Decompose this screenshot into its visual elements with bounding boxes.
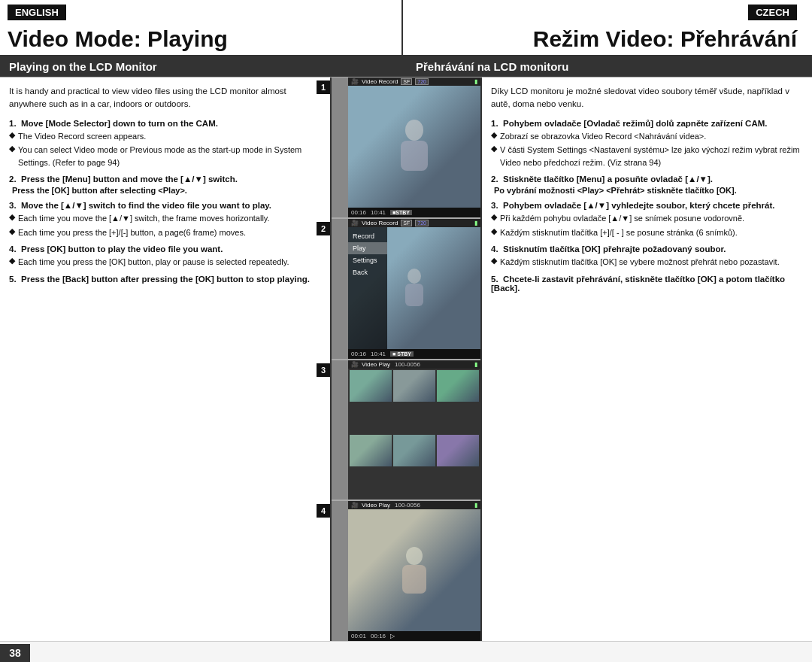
step-1-en-bullet-1: ◆ The Video Record screen appears. (9, 130, 321, 143)
lang-badge-english: ENGLISH (8, 5, 66, 20)
step-2-en-sub: Press the [OK] button after selecting <P… (9, 186, 321, 195)
col-middle: 1 🎥 Video Record SF 720 ▮ (332, 77, 482, 641)
scene1-svg (392, 117, 437, 177)
step-4-en-title: 4. Press [OK] button to play the video f… (9, 244, 321, 254)
screen-inner-4: 🎥 Video Play 100-0056 ▮ 00: (348, 501, 480, 641)
svg-rect-5 (402, 565, 426, 594)
step-1-cz: 1. Pohybem ovladače [Ovladač režimů] dol… (491, 119, 803, 169)
english-intro: It is handy and practical to view video … (9, 85, 321, 111)
cam-bottom-bar-2: 00:16 10:41 ■ STBY (348, 349, 480, 359)
cam-image-area-1 (348, 86, 480, 208)
section-heading-english: Playing on the LCD Monitor (0, 56, 405, 77)
step-2-cz-sub: Po vybrání možnosti <Play> <Přehrát> sti… (491, 186, 803, 195)
step-3-en-bullet-2: ◆ Each time you press the [+]/[-] button… (9, 226, 321, 239)
page-title-czech: Režim Video: Přehrávání (526, 20, 804, 55)
col-right: Díky LCD monitoru je možné sledovat vide… (482, 77, 812, 641)
step-3-cz: 3. Pohybem ovladače [▲/▼] vyhledejte sou… (491, 201, 803, 238)
page-title-english: Video Mode: Playing (0, 20, 401, 55)
page-number: 38 (0, 644, 30, 662)
menu-record: Record (348, 230, 387, 242)
step-4-en: 4. Press [OK] button to play the video f… (9, 244, 321, 269)
step-5-cz-title: 5. Chcete-li zastavit přehrávání, stiskn… (491, 275, 803, 293)
screen-block-2: 2 🎥 Video Record SF 720 ▮ (332, 219, 480, 360)
screen-block-4: 4 🎥 Video Play 100-0056 ▮ (332, 501, 480, 641)
screen-inner-3: 🎥 Video Play 100-0056 ▮ (348, 360, 480, 500)
thumb-1 (350, 370, 392, 402)
header: ENGLISH Video Mode: Playing CZECH Režim … (0, 0, 812, 56)
step-2-en: 2. Press the [Menu] button and move the … (9, 175, 321, 195)
step-2-cz: 2. Stiskněte tlačítko [Menu] a posuňte o… (491, 175, 803, 195)
thumb-3 (437, 370, 479, 402)
page-footer: 38 (0, 641, 812, 662)
section-heading-czech: Přehrávání na LCD monitoru (405, 56, 812, 77)
cam-image-area-2: Record Play Settings Back (348, 227, 480, 349)
svg-rect-3 (405, 284, 423, 306)
screen-block-1: 1 🎥 Video Record SF 720 ▮ (332, 77, 480, 219)
cam-overlay-menu: Record Play Settings Back (348, 227, 387, 349)
step-3-en-title: 3. Move the [▲/▼] switch to find the vid… (9, 201, 321, 210)
col-left: It is handy and practical to view video … (0, 77, 332, 641)
screen-num-1: 1 (317, 80, 330, 94)
svg-point-2 (408, 269, 421, 284)
menu-back: Back (348, 266, 387, 278)
cam-bottom-bar-1: 00:16 10:41 ■STBY (348, 208, 480, 217)
step-4-cz-title: 4. Stisknutím tlačítka [OK] přehrajte po… (491, 244, 803, 254)
step-1-cz-bullet-2: ◆ V části System Settings <Nastavení sys… (491, 144, 803, 169)
svg-point-0 (405, 120, 423, 141)
screen-num-3: 3 (317, 363, 330, 377)
step-5-cz: 5. Chcete-li zastavit přehrávání, stiskn… (491, 275, 803, 293)
step-4-en-bullet-1: ◆ Each time you press the [OK] button, p… (9, 256, 321, 269)
step-1-cz-bullet-1: ◆ Zobrazí se obrazovka Video Record <Nah… (491, 130, 803, 143)
step-1-en-bullet-2: ◆ You can select Video mode or Previous … (9, 144, 321, 169)
screen-inner-1: 🎥 Video Record SF 720 ▮ (348, 77, 480, 217)
screen-num-2: 2 (317, 222, 330, 235)
lang-badge-czech: CZECH (748, 5, 797, 20)
screen-block-3: 3 🎥 Video Play 100-0056 ▮ (332, 360, 480, 502)
cam-bar-4: 🎥 Video Play 100-0056 ▮ (348, 501, 480, 509)
step-2-en-title: 2. Press the [Menu] button and move the … (9, 175, 321, 184)
cam-bar-3: 🎥 Video Play 100-0056 ▮ (348, 360, 480, 369)
czech-intro: Díky LCD monitoru je možné sledovat vide… (491, 85, 803, 111)
page: ENGLISH Video Mode: Playing CZECH Režim … (0, 0, 812, 662)
step-4-cz-bullet-1: ◆ Každým stisknutím tlačítka [OK] se vyb… (491, 256, 803, 269)
step-3-cz-bullet-2: ◆ Každým stisknutím tlačítka [+]/[ - ] s… (491, 226, 803, 239)
step-3-en-bullet-1: ◆ Each time you move the [▲/▼] switch, t… (9, 212, 321, 225)
step-4-cz: 4. Stisknutím tlačítka [OK] přehrajte po… (491, 244, 803, 269)
svg-rect-1 (401, 141, 428, 171)
step-1-en: 1. Move [Mode Selector] down to turn on … (9, 119, 321, 169)
cam-bar-1: 🎥 Video Record SF 720 ▮ (348, 77, 480, 86)
step-3-en: 3. Move the [▲/▼] switch to find the vid… (9, 201, 321, 238)
section-row: Playing on the LCD Monitor Přehrávání na… (0, 56, 812, 77)
step-3-cz-title: 3. Pohybem ovladače [▲/▼] vyhledejte sou… (491, 201, 803, 210)
step-1-cz-title: 1. Pohybem ovladače [Ovladač režimů] dol… (491, 119, 803, 128)
menu-settings: Settings (348, 254, 387, 266)
cam-bar-2: 🎥 Video Record SF 720 ▮ (348, 219, 480, 227)
cam-bottom-bar-4: 00:01 00:16 ▷ (348, 631, 480, 641)
step-2-cz-title: 2. Stiskněte tlačítko [Menu] a posuňte o… (491, 175, 803, 184)
step-3-cz-bullet-1: ◆ Při každém pohybu ovladače [▲/▼] se sn… (491, 212, 803, 225)
svg-point-4 (406, 547, 423, 565)
header-left: ENGLISH Video Mode: Playing (0, 0, 401, 55)
screen-inner-2: 🎥 Video Record SF 720 ▮ (348, 219, 480, 359)
step-5-en-title: 5. Press the [Back] button after pressin… (9, 275, 321, 284)
screen-num-4: 4 (317, 504, 330, 518)
screens-col: 1 🎥 Video Record SF 720 ▮ (332, 77, 480, 641)
thumb-5 (393, 435, 435, 466)
content-area: It is handy and practical to view video … (0, 77, 812, 641)
thumb-2 (393, 370, 435, 402)
thumb-6 (437, 435, 479, 466)
header-right: CZECH Režim Video: Přehrávání (401, 0, 812, 55)
step-1-en-title: 1. Move [Mode Selector] down to turn on … (9, 119, 321, 128)
cam-image-area-4 (348, 509, 480, 631)
menu-play: Play (348, 242, 387, 254)
thumb-grid (348, 369, 480, 500)
thumb-4 (350, 435, 392, 466)
step-5-en: 5. Press the [Back] button after pressin… (9, 275, 321, 284)
